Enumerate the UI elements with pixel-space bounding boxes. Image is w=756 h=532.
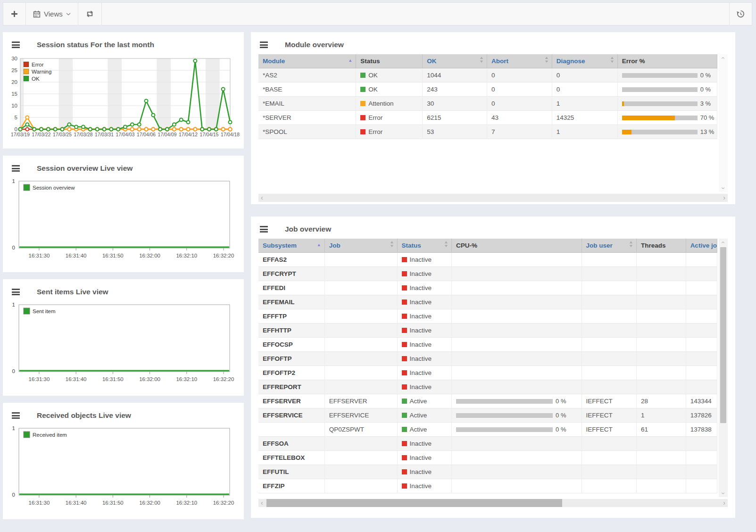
active-jobs-cell [686,267,717,281]
refresh-button[interactable] [78,3,102,25]
status-square-icon [402,257,407,262]
table-row[interactable]: *SPOOLError537113 % [258,125,717,139]
status-cell: Attention [356,97,423,111]
status-cell: Error [356,111,423,125]
table-row[interactable]: EFFOCSPInactive [258,338,717,352]
scrollbar-thumb[interactable] [720,247,726,423]
scroll-left-icon[interactable]: ‹ [258,194,266,201]
job-user-cell: IEFFECT [582,408,637,423]
add-view-button[interactable] [3,3,26,25]
diagnose-cell: 1 [552,125,618,139]
svg-text:Sent item: Sent item [33,308,56,314]
table-row[interactable]: EFFUTILInactive [258,465,717,479]
column-header-subsystem[interactable]: Subsystem▲ [258,239,325,253]
table-row[interactable]: EFFSOAInactive [258,437,717,451]
threads-cell [637,295,686,309]
history-button[interactable] [729,3,752,25]
panel-menu-icon[interactable] [12,411,20,420]
table-row[interactable]: EFFEMAILInactive [258,295,717,309]
table-row[interactable]: EFFEDIInactive [258,281,717,295]
status-square-icon [402,370,407,375]
table-row[interactable]: EFFHTTPInactive [258,324,717,338]
svg-text:1: 1 [12,302,15,308]
table-row[interactable]: EFFOFTP2Inactive [258,366,717,380]
column-header-job[interactable]: Job▲▼ [325,239,398,253]
module-horizontal-scrollbar[interactable]: ‹ › [258,194,728,202]
table-row[interactable]: QP0ZSPWTActive0 %IEFFECT61137838 [258,423,717,437]
status-cell: Error [356,125,423,139]
history-icon [736,9,745,18]
table-row[interactable]: EFFOFTPInactive [258,352,717,366]
status-square-icon [402,384,407,390]
table-row[interactable]: EFFAS2Inactive [258,253,717,267]
subsystem-cell: EFFTELEBOX [258,451,325,465]
cpu-cell [452,295,582,309]
job-user-cell [582,338,637,352]
sort-arrows-icon: ▲▼ [545,56,548,64]
column-header-job-user[interactable]: Job user▲▼ [582,239,637,253]
status-square-icon [402,427,407,432]
scroll-down-icon[interactable]: ‹ [719,492,727,495]
threads-cell [637,366,686,380]
panel-menu-icon[interactable] [12,41,20,50]
ok-cell: 1044 [423,68,487,83]
table-row[interactable]: EFFREPORTInactive [258,380,717,394]
svg-text:16:31:30: 16:31:30 [29,253,50,258]
column-header-status[interactable]: Status▲▼ [398,239,452,253]
svg-text:10: 10 [11,103,17,108]
views-dropdown[interactable]: Views [26,3,78,25]
cpu-cell [452,479,582,493]
scrollbar-thumb[interactable] [266,499,562,507]
subsystem-cell: EFFOFTP [258,352,325,366]
cpu-cell [452,465,582,479]
scroll-down-icon[interactable]: ‹ [719,187,727,190]
table-row[interactable]: *AS2OK1044000 % [258,68,717,83]
table-row[interactable]: *SERVERError6215431432570 % [258,111,717,125]
received-objects-chart: 1016:31:3016:31:4016:31:5016:32:0016:32:… [3,424,244,516]
table-row[interactable]: *BASEOK243000 % [258,83,717,97]
dashboard: Session status For the last month 051015… [3,32,752,519]
scroll-right-icon[interactable]: › [721,499,728,507]
subsystem-cell: EFFUTIL [258,465,325,479]
cpu-bar [456,413,553,418]
table-row[interactable]: *EMAILAttention30013 % [258,97,717,111]
status-cell: Active [398,423,452,437]
column-header-module[interactable]: Module▲ [258,54,356,68]
job-horizontal-scrollbar[interactable]: ‹ › [258,499,728,507]
scroll-left-icon[interactable]: ‹ [258,499,266,507]
job-vertical-scrollbar[interactable]: ‹ ‹ [719,239,728,497]
table-row[interactable]: EFFSERVICEEFFSERVICEActive0 %IEFFECT1137… [258,408,717,423]
cpu-cell [452,324,582,338]
column-header-ok[interactable]: OK▲▼ [423,54,487,68]
module-vertical-scrollbar[interactable]: ‹ ‹ [719,54,728,192]
table-row[interactable]: EFFCRYPTInactive [258,267,717,281]
scroll-up-icon[interactable]: ‹ [719,241,727,244]
job-user-cell [582,324,637,338]
table-row[interactable]: EFFSERVEREFFSERVERActive0 %IEFFECT281433… [258,394,717,408]
subsystem-cell [258,423,325,437]
scroll-up-icon[interactable]: ‹ [719,57,727,59]
svg-text:17/04/06: 17/04/06 [137,132,156,137]
table-row[interactable]: EFFTELEBOXInactive [258,451,717,465]
svg-text:16:32:00: 16:32:00 [139,500,160,506]
panel-menu-icon[interactable] [12,288,20,297]
job-user-cell [582,366,637,380]
panel-menu-icon[interactable] [12,164,20,173]
column-header-cpu: CPU-% [452,239,582,253]
column-header-diagnose[interactable]: Diagnose▲▼ [552,54,618,68]
active-jobs-cell [686,451,717,465]
column-header-abort[interactable]: Abort▲▼ [487,54,552,68]
subsystem-cell: EFFREPORT [258,380,325,394]
scroll-right-icon[interactable]: › [721,194,728,201]
status-square-icon [402,455,407,460]
job-cell [325,479,398,493]
error-bar [622,130,698,134]
panel-menu-icon[interactable] [260,41,268,50]
panel-menu-icon[interactable] [260,225,268,234]
status-square-icon [402,399,407,404]
table-row[interactable]: EFFFTPInactive [258,309,717,324]
status-cell: Inactive [398,366,452,380]
column-header-active-jobs[interactable]: Active jobs [686,239,717,253]
views-label: Views [44,10,63,18]
table-row[interactable]: EFFZIPInactive [258,479,717,493]
